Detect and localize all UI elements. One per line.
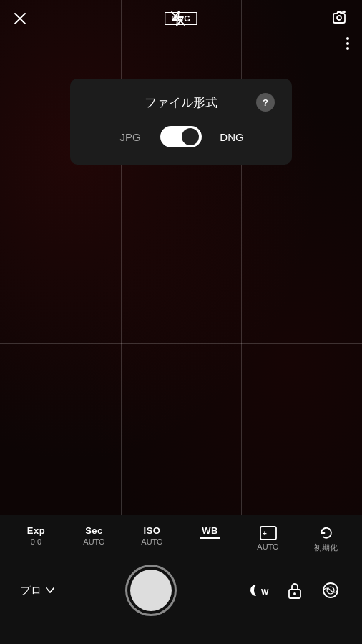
iso-setting[interactable]: ISO AUTO (131, 525, 174, 546)
close-button[interactable] (13, 11, 27, 26)
mode-label: プロ (20, 584, 41, 597)
jpg-label: JPG (117, 131, 143, 143)
dot-2 (346, 42, 349, 45)
noise-overlay (0, 0, 362, 515)
bottom-bar: Exp 0.0 Sec AUTO ISO AUTO WB + AUTO (0, 515, 362, 644)
mode-selector[interactable]: プロ (20, 584, 54, 597)
chevron-down-icon (46, 587, 54, 593)
wb-setting[interactable]: WB (189, 525, 232, 539)
svg-point-3 (337, 16, 341, 20)
svg-text:+: + (263, 530, 267, 537)
top-bar: DNG (0, 0, 362, 37)
sec-setting[interactable]: Sec AUTO (73, 525, 116, 546)
format-badge-container: DNG (165, 12, 197, 25)
bracket-setting[interactable]: + AUTO (247, 525, 290, 551)
filter-button[interactable] (319, 579, 342, 602)
shutter-inner (130, 570, 172, 611)
exp-label: Exp (27, 525, 45, 536)
reset-label: 初期化 (314, 542, 338, 553)
wb-label: WB (202, 525, 218, 536)
lock-button[interactable] (283, 579, 306, 602)
file-format-popup: ファイル形式 ? JPG DNG (70, 79, 292, 165)
dng-label: DNG (219, 131, 245, 143)
bracket-value: AUTO (257, 542, 278, 551)
format-badge: DNG (165, 12, 197, 25)
exp-value: 0.0 (31, 537, 41, 546)
popup-title: ファイル形式 (106, 94, 256, 111)
right-icons: W (248, 579, 342, 602)
svg-point-8 (293, 592, 296, 595)
iso-value: AUTO (141, 537, 162, 546)
shutter-button[interactable] (125, 565, 177, 616)
dot-3 (346, 47, 349, 50)
wb-indicator (200, 537, 220, 539)
reset-icon (318, 525, 334, 541)
svg-text:W: W (261, 587, 269, 596)
sec-value: AUTO (83, 537, 104, 546)
exp-setting[interactable]: Exp 0.0 (15, 525, 58, 546)
viewfinder (0, 0, 362, 515)
reset-setting[interactable]: 初期化 (305, 525, 348, 553)
toggle-knob (182, 128, 199, 145)
watermark-button[interactable]: W (248, 579, 270, 602)
toggle-row: JPG DNG (87, 126, 275, 147)
sec-label: Sec (85, 525, 103, 536)
shutter-row: プロ W (0, 557, 362, 623)
popup-title-row: ファイル形式 ? (87, 93, 275, 112)
more-options-button[interactable] (346, 37, 349, 50)
iso-label: ISO (144, 525, 161, 536)
camera-flip-button[interactable] (329, 9, 349, 29)
dot-1 (346, 37, 349, 40)
format-toggle[interactable] (160, 126, 202, 147)
settings-row: Exp 0.0 Sec AUTO ISO AUTO WB + AUTO (0, 515, 362, 557)
bracket-icon: + (259, 525, 278, 541)
help-button[interactable]: ? (256, 93, 275, 112)
